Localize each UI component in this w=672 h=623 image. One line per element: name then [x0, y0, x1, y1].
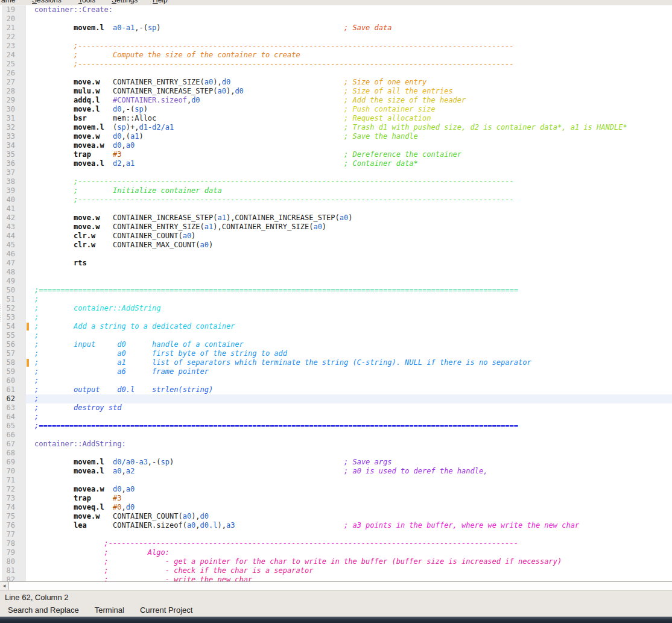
code-line[interactable]: 70 movea.l a0,a2; a0 is used to deref th… — [0, 467, 672, 476]
menu-item-tools[interactable]: Tools — [78, 0, 95, 4]
code-text[interactable]: ;---------------------------------------… — [34, 42, 672, 51]
code-text[interactable]: ;---------------------------------------… — [34, 195, 672, 204]
code-line[interactable]: 80 ; - get a pointer for the char to wri… — [0, 557, 672, 566]
code-text[interactable]: ; — [34, 313, 672, 322]
code-text[interactable]: ; - check if the char is a separator — [34, 566, 672, 575]
code-line[interactable]: 62; — [0, 394, 672, 403]
code-line[interactable]: 23 ;------------------------------------… — [0, 42, 672, 51]
code-text[interactable]: moveq.l #0,d0 — [34, 503, 672, 512]
code-text[interactable] — [34, 449, 672, 458]
code-text[interactable]: ; — [34, 394, 672, 403]
code-line[interactable]: 44 clr.w CONTAINER_COUNT(a0) — [0, 232, 672, 241]
code-line[interactable]: 59; a6 frame pointer — [0, 367, 672, 376]
code-line[interactable]: 43 move.w CONTAINER_ENTRY_SIZE(a1),CONTA… — [0, 223, 672, 232]
code-line[interactable]: 67container::AddString: — [0, 440, 672, 449]
code-text[interactable]: move.w CONTAINER_ENTRY_SIZE(a0),d0; Size… — [34, 78, 672, 87]
code-text[interactable]: ; — [34, 331, 672, 340]
code-line[interactable]: 55; — [0, 331, 672, 340]
code-text[interactable]: move.w d0,(a1); Save the handle — [34, 132, 672, 141]
code-text[interactable]: rts — [34, 259, 672, 268]
code-line[interactable]: 56; input d0 handle of a container — [0, 340, 672, 349]
code-line[interactable]: 49 — [0, 277, 672, 286]
code-line[interactable]: 26 — [0, 69, 672, 78]
code-line[interactable]: 30 move.l d0,-(sp); Push container size — [0, 105, 672, 114]
code-line[interactable]: 81 ; - check if the char is a separator — [0, 566, 672, 575]
code-line[interactable]: 42 move.w CONTAINER_INCREASE_STEP(a1),CO… — [0, 213, 672, 223]
code-text[interactable]: container::Create: — [34, 5, 672, 14]
code-text[interactable]: ; - get a pointer for the char to write … — [34, 557, 672, 566]
code-text[interactable]: ;=======================================… — [34, 286, 672, 295]
code-text[interactable]: mulu.w CONTAINER_INCREASE_STEP(a0),d0; S… — [34, 87, 672, 96]
code-line[interactable]: 37 — [0, 168, 672, 177]
toolview-current-project-button[interactable]: Current Project — [132, 604, 200, 616]
code-line[interactable]: 73 trap #3 — [0, 494, 672, 503]
code-line[interactable]: 74 moveq.l #0,d0 — [0, 503, 672, 512]
menu-item-settings[interactable]: Settings — [112, 0, 138, 4]
scroll-left-button[interactable]: ◄ — [0, 582, 9, 590]
code-text[interactable]: move.w CONTAINER_ENTRY_SIZE(a1),CONTAINE… — [34, 223, 672, 232]
code-line[interactable]: 34 movea.w d0,a0 — [0, 141, 672, 150]
horizontal-scrollbar[interactable]: ◄ — [0, 581, 672, 590]
code-text[interactable]: move.w CONTAINER_COUNT(a0),d0 — [34, 512, 672, 521]
code-text[interactable] — [34, 277, 672, 286]
code-line[interactable]: 46 — [0, 250, 672, 259]
code-line[interactable]: 54; Add a string to a dedicated containe… — [0, 322, 672, 331]
menu-item-help[interactable]: Help — [153, 0, 168, 4]
code-line[interactable]: 40 ;------------------------------------… — [0, 195, 672, 204]
code-line[interactable]: 71 — [0, 476, 672, 485]
code-text[interactable]: ; a6 frame pointer — [34, 367, 672, 376]
code-text[interactable]: trap #3; Dereference the container — [34, 150, 672, 159]
code-line[interactable]: 25 ;------------------------------------… — [0, 60, 672, 69]
code-line[interactable]: 32 movem.l (sp)+,d1-d2/a1; Trash d1 with… — [0, 123, 672, 132]
code-text[interactable] — [34, 204, 672, 213]
code-text[interactable]: ; Initialize container data — [34, 186, 672, 195]
code-text[interactable] — [34, 476, 672, 485]
code-line[interactable]: 68 — [0, 449, 672, 458]
code-text[interactable] — [34, 431, 672, 440]
code-text[interactable]: clr.w CONTAINER_COUNT(a0) — [34, 232, 672, 241]
code-line[interactable]: 52; container::AddString — [0, 304, 672, 313]
code-line[interactable]: 31 bsr mem::Alloc; Request allocation — [0, 114, 672, 123]
code-line[interactable]: 21 movem.l a0-a1,-(sp); Save data — [0, 24, 672, 33]
code-line[interactable]: 82 ; - write the new char — [0, 575, 672, 581]
code-text[interactable]: ; container::AddString — [34, 304, 672, 313]
code-line[interactable]: 75 move.w CONTAINER_COUNT(a0),d0 — [0, 512, 672, 521]
scrollbar-track[interactable] — [9, 582, 672, 590]
code-line[interactable]: 79 ; Algo: — [0, 548, 672, 557]
code-line[interactable]: 76 lea CONTAINER.sizeof(a0,d0.l),a3; a3 … — [0, 521, 672, 530]
code-line[interactable]: 29 addq.l #CONTAINER.sizeof,d0; Add the … — [0, 96, 672, 105]
code-line[interactable]: 24 ; Compute the size of the container t… — [0, 51, 672, 60]
code-text[interactable]: ; - write the new char — [34, 575, 672, 581]
code-text[interactable]: clr.w CONTAINER_MAX_COUNT(a0) — [34, 241, 672, 250]
code-line[interactable]: 33 move.w d0,(a1); Save the handle — [0, 132, 672, 141]
code-line[interactable]: 64; — [0, 413, 672, 422]
code-text[interactable]: ; Compute the size of the container to c… — [34, 51, 672, 60]
code-text[interactable]: ; a0 first byte of the string to add — [34, 349, 672, 358]
code-text[interactable]: container::AddString: — [34, 440, 672, 449]
code-line[interactable]: 61; output d0.l strlen(string) — [0, 385, 672, 394]
code-line[interactable]: 77 — [0, 530, 672, 539]
code-line[interactable]: 47 rts — [0, 259, 672, 268]
code-line[interactable]: 27 move.w CONTAINER_ENTRY_SIZE(a0),d0; S… — [0, 78, 672, 87]
code-text[interactable]: movea.l a0,a2; a0 is used to deref the h… — [34, 467, 672, 476]
code-line[interactable]: 22 — [0, 33, 672, 42]
code-line[interactable]: 20 — [0, 14, 672, 24]
code-line[interactable]: 45 clr.w CONTAINER_MAX_COUNT(a0) — [0, 241, 672, 250]
code-text[interactable]: ; a1 list of separators which terminate … — [34, 358, 672, 367]
code-line[interactable]: 78 ;------------------------------------… — [0, 539, 672, 548]
code-line[interactable]: 50;=====================================… — [0, 286, 672, 295]
menu-item-sessions[interactable]: Sessions — [32, 0, 62, 4]
code-text[interactable]: ;---------------------------------------… — [34, 177, 672, 186]
code-line[interactable]: 48 — [0, 268, 672, 277]
code-text[interactable]: ;---------------------------------------… — [34, 60, 672, 69]
code-text[interactable]: movea.w d0,a0 — [34, 485, 672, 494]
menu-item-ame[interactable]: ame — [1, 0, 15, 4]
code-text[interactable]: ;=======================================… — [34, 422, 672, 431]
code-text[interactable]: ;---------------------------------------… — [34, 539, 672, 548]
code-text[interactable]: movem.l (sp)+,d1-d2/a1; Trash d1 with pu… — [34, 123, 672, 132]
code-text[interactable] — [34, 14, 672, 24]
code-text[interactable]: movea.l d2,a1; Container data* — [34, 159, 672, 168]
code-text[interactable]: ; — [34, 413, 672, 422]
toolview-search-and-replace-button[interactable]: Search and Replace — [0, 604, 87, 616]
code-text[interactable]: ; input d0 handle of a container — [34, 340, 672, 349]
